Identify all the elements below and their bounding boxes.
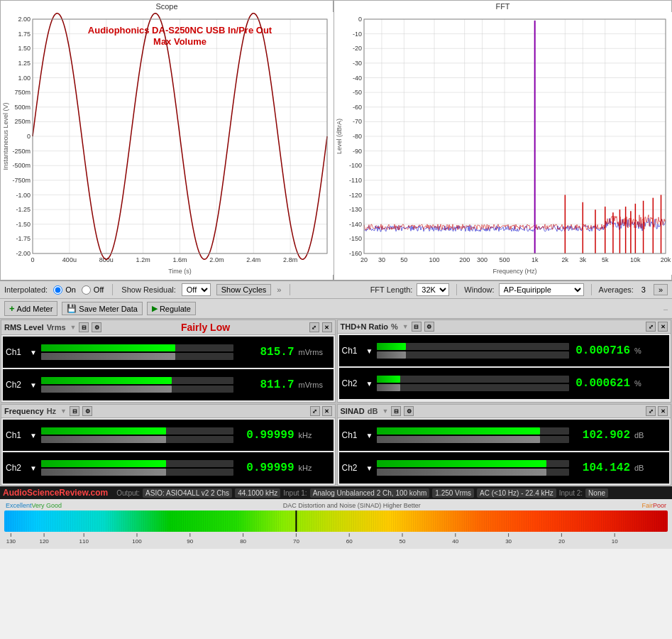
sinad-settings-btn[interactable]: ⚙ xyxy=(404,406,414,416)
thdn-settings-btn[interactable]: ⚙ xyxy=(424,322,434,332)
sinad-expand-btn[interactable]: ⤢ xyxy=(646,406,656,416)
sinad-config-btn[interactable]: ⊟ xyxy=(391,406,401,416)
averages-label: Averages: xyxy=(599,285,634,294)
thdn-ch2-bar-track-2 xyxy=(377,384,569,391)
rms-settings-btn[interactable]: ⚙ xyxy=(92,322,101,332)
thdn-header: THD+N Ratio % ▼ ⊟ ⚙ ⤢ ✕ xyxy=(338,320,671,334)
thdn-ch2-bar-track-1 xyxy=(377,376,569,383)
thdn-ch1-bar-green xyxy=(377,343,406,350)
rms-ch1-bar-green xyxy=(41,344,175,351)
sinad-ch1-bar-green xyxy=(377,427,540,435)
sinad-ch1-value: 102.902 xyxy=(573,429,630,442)
freq-ch2-arrow[interactable]: ▼ xyxy=(30,464,37,472)
interpolated-off-group: Off xyxy=(82,285,104,295)
thdn-config-btn[interactable]: ⊟ xyxy=(412,322,422,332)
freq-ch1-bar-track-2 xyxy=(41,436,233,443)
freq-ch1-unit: kHz xyxy=(299,431,331,439)
freq-close-btn[interactable]: ✕ xyxy=(322,406,332,416)
freq-ch2-bar-track-1 xyxy=(41,460,233,467)
save-meter-data-label: Save Meter Data xyxy=(79,305,138,313)
interpolated-off-radio[interactable] xyxy=(82,285,91,295)
asr-logo: AudioScienceReview.com xyxy=(3,488,108,498)
freq-header: Frequency Hz ▼ ⊟ ⚙ ⤢ ✕ xyxy=(1,405,335,418)
fft-length-select[interactable]: 32K 16K 64K xyxy=(417,283,449,296)
sinad-ch1-bar-track-2 xyxy=(377,436,569,443)
sinad-ch2-bar-track-1 xyxy=(377,460,569,467)
rms-header: RMS Level Vrms ▼ ⊟ ⚙ Fairly Low ⤢ ✕ xyxy=(1,320,335,335)
thdn-ch2-channel: Ch2 ▼ 0.000621 % xyxy=(339,368,670,399)
rms-close-btn[interactable]: ✕ xyxy=(322,322,332,332)
sinad-unit: dB xyxy=(368,407,378,415)
main-container: Scope FFT Interpolated: On Off Show Resi… xyxy=(0,0,672,549)
output-rate: 44.1000 kHz xyxy=(235,488,280,498)
scope-canvas xyxy=(1,12,334,275)
rms-ch1-channel: Ch1 ▼ 815.7 mVrms xyxy=(3,337,334,368)
rms-status: Fairly Low xyxy=(104,322,306,333)
freq-settings-btn[interactable]: ⚙ xyxy=(82,406,92,416)
rms-ch1-bars xyxy=(41,344,233,360)
freq-expand-btn[interactable]: ⤢ xyxy=(310,406,320,416)
freq-ch2-bars xyxy=(41,460,233,476)
colorbar-canvas xyxy=(4,510,668,532)
colorbar-label-excellent: Excellent xyxy=(6,502,32,509)
fft-controls: FFT Length: 32K 16K 64K Window: AP-Equir… xyxy=(299,283,668,296)
freq-ch2-channel: Ch2 ▼ 0.99999 kHz xyxy=(3,452,334,484)
colorbar-tick-canvas xyxy=(4,533,668,545)
thdn-ch1-bar-track-2 xyxy=(377,351,569,359)
rms-ch1-label: Ch1 xyxy=(6,347,26,357)
thdn-ch1-channel: Ch1 ▼ 0.000716 % xyxy=(339,335,670,366)
thdn-ch2-arrow[interactable]: ▼ xyxy=(366,380,373,388)
rms-expand-btn[interactable]: ⤢ xyxy=(309,322,319,332)
input2-value: None xyxy=(585,488,608,498)
freq-config-btn[interactable]: ⊟ xyxy=(70,406,79,416)
sinad-ch2-arrow[interactable]: ▼ xyxy=(366,464,373,472)
sinad-ch1-bar-track-1 xyxy=(377,427,569,435)
thdn-expand-btn[interactable]: ⤢ xyxy=(646,322,656,332)
freq-ch1-bar-track-1 xyxy=(41,427,233,435)
fft-panel: FFT xyxy=(334,0,672,280)
interpolated-on-label: On xyxy=(65,285,76,294)
regulate-button[interactable]: ▶ Regulate xyxy=(147,302,196,315)
toolbar-edge: – xyxy=(663,305,668,313)
colorbar-label-center: DAC Distortion and Noise (SINAD) Higher … xyxy=(62,502,641,509)
averages-value: 3 xyxy=(638,285,649,294)
add-meter-button[interactable]: + Add Meter xyxy=(4,301,57,316)
sinad-meter-panel: SINAD dB ▼ ⊟ ⚙ ⤢ ✕ Ch1 ▼ xyxy=(337,404,672,486)
rms-config-btn[interactable]: ⊟ xyxy=(79,322,89,332)
averages-more-button[interactable]: » xyxy=(654,284,668,295)
rms-ch1-value: 815.7 xyxy=(238,346,294,359)
thdn-ch1-arrow[interactable]: ▼ xyxy=(366,347,373,355)
rms-ch2-arrow[interactable]: ▼ xyxy=(30,381,37,389)
save-meter-data-button[interactable]: 💾 Save Meter Data xyxy=(62,302,143,315)
fft-length-label: FFT Length: xyxy=(370,285,413,294)
thdn-title: THD+N Ratio xyxy=(341,322,389,331)
freq-ch1-channel: Ch1 ▼ 0.99999 kHz xyxy=(3,420,334,451)
freq-ch1-bars xyxy=(41,427,233,443)
sinad-ch1-bar-gray xyxy=(377,436,540,443)
sinad-ch1-arrow[interactable]: ▼ xyxy=(366,432,373,439)
rms-ch1-arrow[interactable]: ▼ xyxy=(30,349,37,356)
window-select[interactable]: AP-Equiripple Hanning Flat Top xyxy=(499,283,584,296)
window-label: Window: xyxy=(464,285,494,294)
show-cycles-button[interactable]: Show Cycles xyxy=(216,284,272,295)
colorbar-container: Excellent Very Good DAC Distortion and N… xyxy=(0,499,672,549)
freq-ch1-arrow[interactable]: ▼ xyxy=(30,432,37,439)
sinad-ch2-channel: Ch2 ▼ 104.142 dB xyxy=(339,452,670,484)
thdn-unit: % xyxy=(391,322,398,331)
sinad-header: SINAD dB ▼ ⊟ ⚙ ⤢ ✕ xyxy=(338,405,671,418)
interpolated-on-radio[interactable] xyxy=(53,285,62,295)
colorbar-label-fair: Fair xyxy=(641,502,653,509)
show-residual-select[interactable]: Off On xyxy=(182,283,211,296)
rms-unit: Vrms xyxy=(47,323,66,332)
freq-ch2-bar-green xyxy=(41,460,166,467)
controls-row: Interpolated: On Off Show Residual: Off … xyxy=(0,281,672,299)
freq-ch1-bar-green xyxy=(41,427,166,435)
rms-ch2-bars xyxy=(41,377,233,393)
thdn-close-btn[interactable]: ✕ xyxy=(658,322,668,332)
sinad-close-btn[interactable]: ✕ xyxy=(658,406,668,416)
thdn-ch1-bars xyxy=(377,343,569,359)
save-icon: 💾 xyxy=(67,304,77,313)
scope-panel: Scope xyxy=(0,0,334,280)
thdn-ch1-label: Ch1 xyxy=(342,346,362,356)
freq-ch1-bar-gray xyxy=(41,436,166,443)
